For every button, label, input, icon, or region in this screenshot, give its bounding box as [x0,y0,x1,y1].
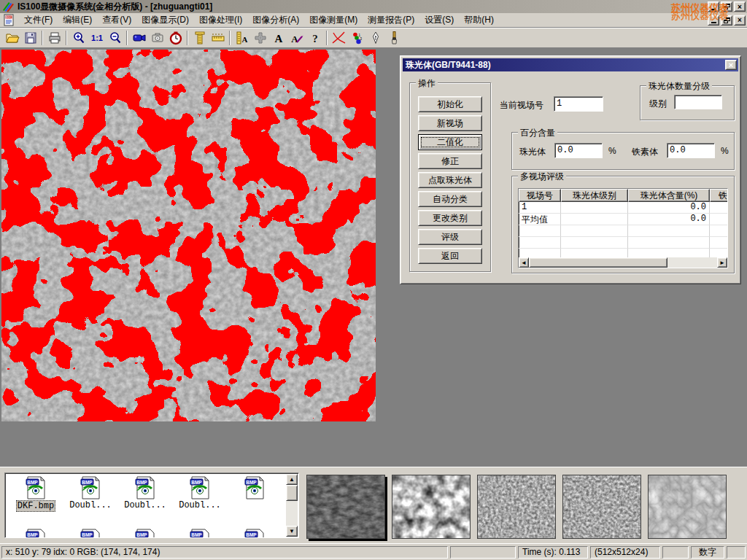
ruler-icon[interactable] [209,29,227,47]
thumbnail-5[interactable] [648,475,727,539]
scroll-down-icon[interactable]: ▼ [286,526,298,537]
brush-icon[interactable] [384,29,403,47]
thumbnail-2[interactable] [392,475,471,539]
svg-text:A: A [274,33,282,44]
menu-help[interactable]: 帮助(H) [459,12,499,28]
file-name[interactable]: DKF.bmp [16,500,55,512]
help-icon[interactable]: ? [306,29,324,47]
pick-pearlite-button[interactable]: 点取珠光体 [418,172,482,188]
scroll-left-icon[interactable]: ◄ [519,257,529,268]
window-minimize-button[interactable] [708,1,719,12]
current-field-label: 当前视场号 [500,99,543,112]
correct-button[interactable]: 修正 [418,153,482,169]
menu-edit[interactable]: 编辑(E) [58,12,97,28]
caliper-icon[interactable] [190,29,209,47]
binarize-button[interactable]: 二值化 [418,134,482,150]
file-list-scrollbar[interactable]: ▲ ▼ [286,474,298,537]
thumbnail-4[interactable] [562,475,641,539]
scrollbar-thumb[interactable] [286,485,298,501]
table-row[interactable]: 1 0.0 [519,202,727,214]
svg-text:BMP: BMP [191,480,202,485]
current-field-input[interactable]: 1 [554,96,603,112]
file-item[interactable]: BMP Doubl... [64,476,117,510]
annotate-icon[interactable]: A [287,29,306,47]
file-name[interactable]: Doubl... [69,500,112,510]
svg-text:?: ? [312,33,318,44]
timer-icon[interactable] [166,29,185,47]
file-name[interactable]: Doubl... [178,500,222,510]
open-icon[interactable] [3,29,21,47]
particle-classes-icon[interactable]: 13 [348,29,366,47]
grid-icon[interactable] [251,29,269,47]
actual-size-icon[interactable]: 1:1 [88,29,106,47]
svg-text:BMP: BMP [136,532,147,537]
menu-image-process[interactable]: 图像处理(I) [194,12,247,28]
file-item[interactable]: BMP [9,529,62,538]
print-icon[interactable] [45,29,63,47]
file-item[interactable]: BMP Doubl... [119,476,171,510]
menu-measure-report[interactable]: 测量报告(P) [363,12,419,28]
measure-text-icon[interactable]: A [233,29,251,47]
text-icon[interactable]: A [269,29,287,47]
document-icon[interactable]: DOC [3,14,16,27]
zoom-out-icon[interactable] [106,29,124,47]
rating-table[interactable]: 视场号 珠光体级别 珠光体含量(%) 铁素体 1 0.0 平均值 0.0 [518,188,728,268]
menu-view[interactable]: 查看(V) [97,12,136,28]
dialog-title-text: 珠光体(GB/T9441-88) [406,59,491,71]
grade-input[interactable] [674,95,722,109]
ferrite-percent-input[interactable]: 0.0 [667,143,715,158]
save-icon[interactable] [21,29,39,47]
init-button[interactable]: 初始化 [418,96,482,112]
pen-icon[interactable] [366,29,384,47]
scrollbar-thumb[interactable] [529,257,667,268]
file-item[interactable]: BMP Doubl... [174,476,226,510]
col-pearlite-grade[interactable]: 珠光体级别 [561,189,628,202]
return-button[interactable]: 返回 [418,248,482,264]
micrograph-canvas[interactable] [1,50,376,421]
window-close-button[interactable]: × [734,1,746,12]
menu-image-analysis[interactable]: 图像分析(A) [247,12,304,28]
child-minimize-button[interactable] [708,15,719,26]
status-empty-panel [727,546,746,559]
svg-text:DOC: DOC [6,16,12,19]
menu-image-measure[interactable]: 图像测量(M) [304,12,363,28]
table-row-average[interactable]: 平均值 0.0 [519,214,727,225]
file-item[interactable]: BMP [174,529,226,538]
scroll-up-icon[interactable]: ▲ [286,474,298,485]
bmp-file-icon: BMP [25,529,47,538]
thumbnail-3[interactable] [477,475,556,539]
file-browser[interactable]: BMP DKF.bmp BMP Doubl... BMP Doubl... BM… [4,472,299,538]
cursor-position-readout: x: 510 y: 79 idx: 0 RGB: (174, 174, 174) [1,546,448,559]
dialog-close-button[interactable]: × [725,60,737,70]
menu-file[interactable]: 文件(F) [19,12,58,28]
status-bar: x: 510 y: 79 idx: 0 RGB: (174, 174, 174)… [0,543,747,560]
new-field-button[interactable]: 新视场 [418,115,482,131]
zoom-in-icon[interactable] [69,29,88,47]
col-pearlite-content[interactable]: 珠光体含量(%) [628,189,710,202]
window-restore-button[interactable] [721,1,732,12]
menu-settings[interactable]: 设置(S) [419,12,459,28]
auto-classify-button[interactable]: 自动分类 [418,191,482,207]
col-ferrite[interactable]: 铁素体 [710,189,728,202]
menu-image-display[interactable]: 图像显示(D) [136,12,194,28]
curve-tool-icon[interactable] [330,29,348,47]
dialog-title-bar[interactable]: 珠光体(GB/T9441-88) × [403,58,738,71]
change-class-button[interactable]: 更改类别 [418,210,482,226]
child-close-button[interactable]: × [734,15,746,26]
file-name[interactable]: Doubl... [123,500,167,510]
child-restore-button[interactable] [721,15,732,26]
file-item[interactable]: BMP [228,476,281,510]
col-field-no[interactable]: 视场号 [519,189,561,202]
thumbnail-1[interactable] [306,475,385,539]
pearlite-percent-input[interactable]: 0.0 [554,143,603,158]
rate-button[interactable]: 评级 [418,229,482,245]
svg-text:BMP: BMP [82,480,93,485]
video-camera-icon[interactable] [130,29,148,47]
file-item[interactable]: BMP DKF.bmp [9,476,62,512]
scroll-right-icon[interactable]: ► [717,257,727,268]
file-item[interactable]: BMP [228,529,281,538]
file-item[interactable]: BMP [64,529,117,538]
file-item[interactable]: BMP [119,529,171,538]
camera-icon[interactable] [148,29,166,47]
table-horizontal-scrollbar[interactable]: ◄ ► [519,257,727,268]
